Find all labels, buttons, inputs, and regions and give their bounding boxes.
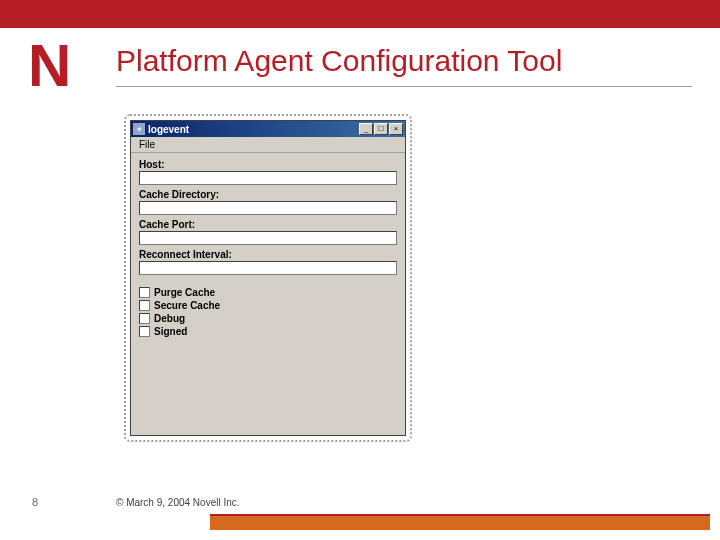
- brand-top-bar: [0, 0, 720, 28]
- window-control-group: _ □ ×: [359, 123, 403, 135]
- title-underline: [116, 86, 692, 87]
- page-number: 8: [32, 496, 38, 508]
- slide-title: Platform Agent Configuration Tool: [116, 44, 562, 78]
- close-button[interactable]: ×: [389, 123, 403, 135]
- menu-file[interactable]: File: [135, 138, 159, 151]
- host-input[interactable]: [139, 171, 397, 185]
- debug-label: Debug: [154, 313, 185, 324]
- secure-cache-checkbox[interactable]: [139, 300, 150, 311]
- footer-copyright: © March 9, 2004 Novell Inc.: [116, 497, 240, 508]
- cache-port-row: Cache Port:: [139, 219, 397, 245]
- minimize-button[interactable]: _: [359, 123, 373, 135]
- reconnect-input[interactable]: [139, 261, 397, 275]
- secure-cache-row: Secure Cache: [139, 300, 397, 311]
- maximize-button[interactable]: □: [374, 123, 388, 135]
- purge-cache-row: Purge Cache: [139, 287, 397, 298]
- spacer: [139, 279, 397, 287]
- host-row: Host:: [139, 159, 397, 185]
- secure-cache-label: Secure Cache: [154, 300, 220, 311]
- signed-label: Signed: [154, 326, 187, 337]
- window-title: logevent: [148, 124, 359, 135]
- cache-dir-row: Cache Directory:: [139, 189, 397, 215]
- cache-dir-input[interactable]: [139, 201, 397, 215]
- purge-cache-checkbox[interactable]: [139, 287, 150, 298]
- form-body: Host: Cache Directory: Cache Port: Recon…: [131, 153, 405, 435]
- purge-cache-label: Purge Cache: [154, 287, 215, 298]
- footer-accent-bar: [210, 514, 710, 530]
- cache-dir-label: Cache Directory:: [139, 189, 397, 200]
- host-label: Host:: [139, 159, 397, 170]
- cache-port-input[interactable]: [139, 231, 397, 245]
- reconnect-label: Reconnect Interval:: [139, 249, 397, 260]
- brand-logo: N: [28, 40, 82, 94]
- app-window: ✦ logevent _ □ × File Host: Cache Direct…: [130, 120, 406, 436]
- app-icon: ✦: [133, 123, 145, 135]
- screenshot-container: ✦ logevent _ □ × File Host: Cache Direct…: [124, 114, 412, 442]
- menubar: File: [131, 137, 405, 153]
- reconnect-row: Reconnect Interval:: [139, 249, 397, 275]
- signed-checkbox[interactable]: [139, 326, 150, 337]
- debug-checkbox[interactable]: [139, 313, 150, 324]
- signed-row: Signed: [139, 326, 397, 337]
- cache-port-label: Cache Port:: [139, 219, 397, 230]
- window-titlebar[interactable]: ✦ logevent _ □ ×: [131, 121, 405, 137]
- debug-row: Debug: [139, 313, 397, 324]
